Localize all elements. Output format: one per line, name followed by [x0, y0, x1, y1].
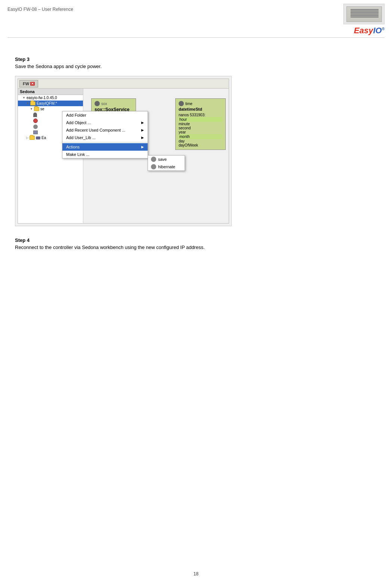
workbench-body: Sedona ▼ easyio-fw-1.0.45.0 ▼ EasyIQFW.*… [18, 89, 229, 223]
tree-arrow-t: ▷ [30, 131, 32, 134]
time-month: month [179, 134, 222, 139]
tree-arrow-3: ▼ [30, 107, 33, 111]
workbench-ui: FW ✕ Sedona ▼ easyio-fw-1.0.45.0 ▼ [18, 79, 229, 224]
folder-icon-se [34, 107, 39, 111]
save-icon [151, 157, 156, 162]
page-header: EasyIO FW-08 – User Reference EasyIO® [0, 0, 392, 37]
step4-description: Reconnect to the controller via Sedona w… [15, 245, 377, 250]
time-dayofweek: dayOfWeek [179, 143, 222, 147]
time-day: day [179, 139, 222, 143]
time-service-name: datetimeStd [179, 107, 222, 111]
document-title: EasyIO FW-08 – User Reference [7, 4, 73, 12]
tree-arrow-2: ▼ [26, 102, 29, 105]
gear-icon [33, 125, 38, 129]
ball-icon [33, 119, 38, 123]
ctx-add-object-arrow: ▶ [141, 121, 144, 125]
tree-label-ea: Ea [41, 136, 46, 140]
logo-easy: Easy [354, 26, 373, 35]
ctx-add-folder-label: Add Folder [66, 113, 86, 117]
tree-arrow-expand: ▼ [22, 96, 25, 99]
main-content: Step 3 Save the Sedona apps and cycle po… [0, 38, 392, 264]
action-hibernate[interactable]: hibernate [148, 163, 185, 170]
ctx-add-recent[interactable]: Add Recent Used Component ... ▶ [62, 126, 148, 134]
fw-button[interactable]: FW ✕ [19, 80, 38, 87]
ctx-actions[interactable]: Actions ▶ [62, 143, 148, 151]
ctx-add-recent-label: Add Recent Used Component ... [66, 128, 125, 132]
tree-header: Sedona [18, 89, 83, 95]
time-icon [179, 101, 184, 106]
logo-io: IO [373, 26, 382, 35]
time-hour: hour [179, 117, 222, 122]
action-hibernate-label: hibernate [158, 165, 175, 169]
action-save-label: save [158, 157, 167, 162]
time-nanos: nanos 5331903: [179, 113, 222, 117]
sox-title: sox [95, 101, 133, 106]
ctx-add-folder[interactable]: Add Folder [62, 111, 148, 119]
ctx-add-userlib-arrow: ▶ [141, 136, 144, 139]
tree-arrow-ea: ▷ [26, 136, 28, 139]
time-header: time [179, 101, 222, 106]
sox-icon [95, 101, 100, 106]
tree-arrow-p: ▷ [30, 113, 32, 117]
ctx-add-userlib[interactable]: Add User_Lib ... ▶ [62, 134, 148, 141]
ctx-make-link-label: Make Link ... [66, 152, 89, 157]
folder-icon [30, 101, 36, 105]
hibernate-icon [151, 164, 156, 169]
tree-arrow-b: ▷ [30, 119, 32, 123]
step3-heading: Step 3 [15, 56, 377, 62]
easyio-logo: EasyIO® [354, 26, 385, 36]
fw-label: FW [23, 82, 29, 86]
tree-item-easyiqfw[interactable]: ▼ EasyIQFW.* [18, 101, 83, 106]
ctx-make-link[interactable]: Make Link ... [62, 151, 148, 158]
ctx-add-userlib-label: Add User_Lib ... [66, 135, 96, 140]
person-icon [33, 113, 37, 117]
tree-label-easyiqfw: EasyIQFW.* [37, 101, 57, 105]
actions-submenu: save hibernate [148, 155, 185, 171]
time-prefix: time [185, 102, 192, 106]
header-right: EasyIO® [343, 4, 385, 36]
ctx-actions-arrow: ▶ [141, 145, 144, 149]
device-image [343, 4, 385, 24]
page-number: 18 [194, 571, 198, 577]
time-box: time datetimeStd nanos 5331903: hour min… [175, 98, 226, 150]
tree-label-root: easyio-fw-1.0.45.0 [27, 96, 57, 100]
time-minute: minute [179, 122, 222, 126]
ctx-actions-label: Actions [66, 145, 80, 149]
ctx-separator [62, 142, 148, 142]
folder-icon-ea [30, 136, 35, 140]
workbench-toolbar: FW ✕ [18, 79, 229, 89]
ctx-add-object-label: Add Object ... [66, 120, 91, 125]
screenshot-step3: FW ✕ Sedona ▼ easyio-fw-1.0.45.0 ▼ [15, 76, 232, 226]
table-icon [33, 130, 38, 134]
ctx-add-object[interactable]: Add Object ... ▶ [62, 119, 148, 126]
tree-arrow-g: ▷ [30, 125, 32, 129]
logo-registered: ® [382, 27, 385, 31]
tree-item-root[interactable]: ▼ easyio-fw-1.0.45.0 [18, 95, 83, 101]
tree-label-se: se [40, 107, 44, 111]
ctx-add-recent-arrow: ▶ [141, 128, 144, 132]
link-icon [36, 136, 40, 139]
close-button[interactable]: ✕ [30, 82, 35, 86]
sox-prefix: sox [101, 102, 107, 106]
step3-description: Save the Sedona apps and cycle power. [15, 64, 377, 69]
time-year: year [179, 130, 222, 134]
time-second: second [179, 126, 222, 130]
action-save[interactable]: save [148, 156, 185, 163]
step4-heading: Step 4 [15, 237, 377, 243]
context-menu: Add Folder Add Object ... ▶ Add Recent U… [62, 111, 148, 159]
